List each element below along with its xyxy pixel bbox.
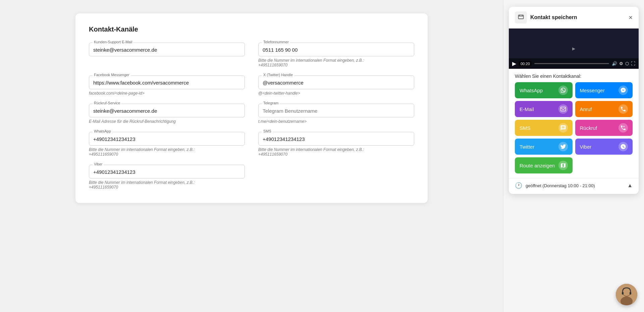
viber-label: Viber bbox=[93, 162, 104, 166]
channel-button-viber[interactable]: Viber bbox=[575, 139, 633, 155]
messenger-channel-label: Messenger bbox=[580, 88, 605, 93]
field-sms: SMS Bitte die Nummer im internationalen … bbox=[258, 132, 414, 157]
route-channel-label: Route anzeigen bbox=[520, 163, 555, 168]
svg-rect-6 bbox=[622, 292, 624, 295]
facebook-hint: facebook.com/<deine-page-id> bbox=[89, 91, 245, 96]
channel-grid: WhatsApp Messenger E-Mail bbox=[509, 82, 639, 178]
field-callback: Rückruf-Service E-Mail Adresse für die R… bbox=[89, 104, 245, 124]
viber-hint: Bitte die Nummer im internationalen Form… bbox=[89, 180, 245, 190]
close-button[interactable]: × bbox=[629, 14, 633, 21]
sms-channel-label: SMS bbox=[520, 125, 531, 131]
sms-wrapper: SMS bbox=[258, 132, 414, 146]
field-facebook: Facebook Messenger facebook.com/<deine-p… bbox=[89, 75, 245, 96]
card-title: Kontakt-Kanäle bbox=[89, 25, 414, 33]
callback-input[interactable] bbox=[93, 107, 240, 114]
channel-button-whatsapp[interactable]: WhatsApp bbox=[515, 82, 573, 98]
open-status: geöffnet (Donnerstag 10:00 - 21:00) bbox=[526, 183, 595, 188]
field-twitter: X (Twitter) Handle @<dein-twitter-handle… bbox=[258, 75, 414, 96]
sms-label: SMS bbox=[262, 129, 273, 133]
clock-icon: 🕐 bbox=[515, 182, 522, 189]
contact-channels-card: Kontakt-Kanäle Kunden-Support E-Mail Tel… bbox=[75, 13, 428, 203]
avatar[interactable] bbox=[616, 284, 637, 305]
channel-button-messenger[interactable]: Messenger bbox=[575, 82, 633, 98]
phone-wrapper: Telefonnummer bbox=[258, 43, 414, 56]
twitter-hint: @<dein-twitter-handle> bbox=[258, 91, 414, 96]
settings-icon[interactable]: ⚙ bbox=[619, 61, 623, 66]
telegram-wrapper: Telegram bbox=[258, 104, 414, 117]
channel-button-ruckruf[interactable]: Rückruf bbox=[575, 120, 633, 136]
anruf-channel-icon bbox=[619, 104, 628, 114]
email-channel-label: E-Mail bbox=[520, 106, 534, 112]
channel-button-route[interactable]: Route anzeigen bbox=[515, 157, 573, 173]
modal-header: Kontakt speichern × bbox=[509, 7, 639, 29]
field-telegram: Telegram t.me/<dein-benutzername> bbox=[258, 104, 414, 124]
svg-point-5 bbox=[623, 289, 630, 296]
video-ctrl-icons: 🔊 ⚙ ⬡ ⛶ bbox=[612, 61, 635, 66]
progress-bar[interactable] bbox=[534, 63, 609, 64]
svg-rect-1 bbox=[560, 107, 566, 111]
contact-modal: Kontakt speichern × ▶ ▶ 00:20 🔊 ⚙ ⬡ ⛶ Wä… bbox=[509, 7, 639, 194]
sms-input[interactable] bbox=[263, 135, 410, 143]
email-input[interactable] bbox=[93, 46, 240, 53]
channel-button-sms[interactable]: SMS bbox=[515, 120, 573, 136]
viber-channel-icon bbox=[619, 142, 628, 151]
facebook-label: Facebook Messenger bbox=[93, 73, 131, 77]
modal-title: Kontakt speichern bbox=[530, 14, 577, 20]
ruckruf-channel-label: Rückruf bbox=[580, 125, 597, 131]
phone-input[interactable] bbox=[263, 46, 410, 53]
viber-input[interactable] bbox=[93, 168, 240, 175]
telegram-label: Telegram bbox=[262, 101, 280, 105]
right-panel: Kontakt speichern × ▶ ▶ 00:20 🔊 ⚙ ⬡ ⛶ Wä… bbox=[503, 0, 644, 312]
sms-channel-icon bbox=[558, 123, 568, 133]
modal-icon-box bbox=[515, 11, 527, 23]
whatsapp-label: WhatsApp bbox=[93, 129, 112, 133]
telegram-hint: t.me/<dein-benutzername> bbox=[258, 119, 414, 124]
facebook-wrapper: Facebook Messenger bbox=[89, 75, 245, 89]
facebook-input[interactable] bbox=[93, 79, 240, 86]
whatsapp-channel-icon bbox=[558, 86, 568, 95]
main-area: Kontakt-Kanäle Kunden-Support E-Mail Tel… bbox=[0, 0, 503, 312]
phone-label: Telefonnummer bbox=[262, 40, 290, 44]
telegram-input[interactable] bbox=[263, 107, 410, 114]
viber-wrapper: Viber bbox=[89, 165, 245, 178]
twitter-channel-label: Twitter bbox=[520, 144, 534, 150]
phone-hint: Bitte die Nummer im internationalen Form… bbox=[258, 58, 414, 67]
callback-wrapper: Rückruf-Service bbox=[89, 104, 245, 117]
svg-rect-0 bbox=[519, 15, 524, 19]
svg-rect-7 bbox=[630, 292, 631, 295]
callback-hint: E-Mail Adresse für die Rückruf-Benachric… bbox=[89, 119, 245, 124]
video-time: 00:20 bbox=[519, 61, 532, 66]
twitter-channel-icon bbox=[558, 142, 568, 151]
fullscreen-icon[interactable]: ⛶ bbox=[631, 61, 635, 66]
viber-channel-label: Viber bbox=[580, 144, 592, 150]
chevron-up-icon[interactable]: ▲ bbox=[627, 183, 633, 189]
volume-icon[interactable]: 🔊 bbox=[612, 61, 617, 66]
airplay-icon[interactable]: ⬡ bbox=[625, 61, 629, 66]
field-viber: Viber Bitte die Nummer im internationale… bbox=[89, 165, 245, 190]
modal-footer: 🕐 geöffnet (Donnerstag 10:00 - 21:00) ▲ bbox=[509, 178, 639, 194]
route-channel-icon bbox=[558, 161, 568, 170]
callback-label: Rückruf-Service bbox=[93, 101, 121, 105]
whatsapp-hint: Bitte die Nummer im internationalen Form… bbox=[89, 147, 245, 157]
play-button[interactable]: ▶ bbox=[512, 60, 516, 67]
channel-button-anruf[interactable]: Anruf bbox=[575, 101, 633, 117]
avatar-image bbox=[616, 284, 637, 305]
whatsapp-wrapper: WhatsApp bbox=[89, 132, 245, 146]
form-grid: Kunden-Support E-Mail Telefonnummer Bitt… bbox=[89, 43, 414, 190]
twitter-input[interactable] bbox=[263, 79, 410, 86]
field-whatsapp: WhatsApp Bitte die Nummer im internation… bbox=[89, 132, 245, 157]
twitter-label: X (Twitter) Handle bbox=[262, 73, 294, 77]
twitter-wrapper: X (Twitter) Handle bbox=[258, 75, 414, 89]
email-wrapper: Kunden-Support E-Mail bbox=[89, 43, 245, 56]
sms-hint: Bitte die Nummer im internationalen Form… bbox=[258, 147, 414, 157]
email-label: Kunden-Support E-Mail bbox=[93, 40, 133, 44]
channel-button-twitter[interactable]: Twitter bbox=[515, 139, 573, 155]
channel-button-email[interactable]: E-Mail bbox=[515, 101, 573, 117]
whatsapp-channel-label: WhatsApp bbox=[520, 88, 543, 93]
field-phone: Telefonnummer Bitte die Nummer im intern… bbox=[258, 43, 414, 67]
channel-select-label: Wählen Sie einen Kontaktkanal: bbox=[509, 69, 639, 82]
whatsapp-input[interactable] bbox=[93, 135, 240, 143]
field-email: Kunden-Support E-Mail bbox=[89, 43, 245, 67]
video-preview: ▶ ▶ 00:20 🔊 ⚙ ⬡ ⛶ bbox=[509, 29, 639, 69]
video-controls: ▶ 00:20 🔊 ⚙ ⬡ ⛶ bbox=[509, 58, 639, 69]
